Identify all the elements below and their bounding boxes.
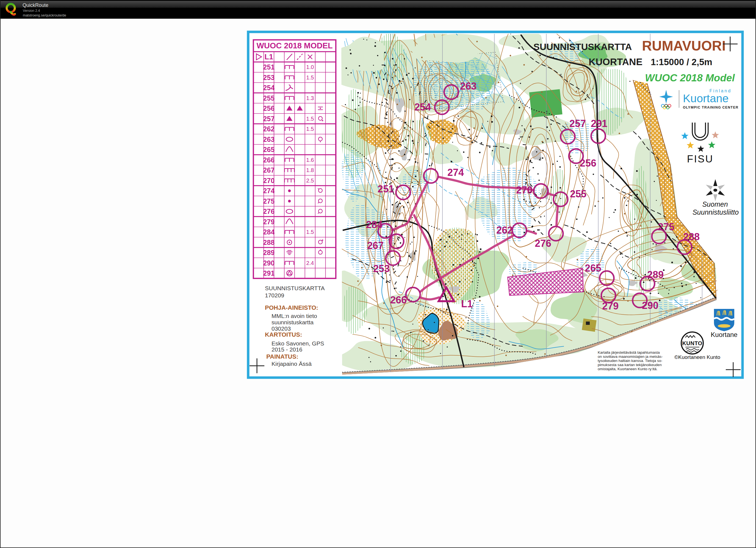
svg-text:290: 290 bbox=[642, 300, 658, 311]
svg-text:276: 276 bbox=[535, 238, 551, 249]
svg-text:289: 289 bbox=[647, 269, 664, 280]
svg-text:256: 256 bbox=[580, 157, 596, 169]
svg-text:KUORTANE: KUORTANE bbox=[589, 56, 643, 67]
svg-text:265: 265 bbox=[263, 146, 275, 153]
svg-text:291: 291 bbox=[591, 118, 607, 129]
svg-text:275: 275 bbox=[658, 221, 674, 233]
svg-text:266: 266 bbox=[390, 294, 407, 306]
svg-text:251: 251 bbox=[378, 183, 394, 195]
svg-text:255: 255 bbox=[263, 94, 275, 102]
svg-text:SUUNNISTUSKARTTA: SUUNNISTUSKARTTA bbox=[533, 41, 632, 52]
svg-text:2015 - 2016: 2015 - 2016 bbox=[272, 346, 302, 353]
svg-text:1.0: 1.0 bbox=[306, 64, 314, 70]
svg-text:Kuortane: Kuortane bbox=[711, 331, 737, 338]
svg-text:253: 253 bbox=[373, 263, 390, 274]
svg-text:251: 251 bbox=[263, 63, 275, 71]
svg-text:254: 254 bbox=[414, 101, 431, 113]
svg-text:POHJA-AINEISTO:: POHJA-AINEISTO: bbox=[265, 304, 318, 311]
svg-text:270: 270 bbox=[516, 184, 533, 196]
svg-text:263: 263 bbox=[460, 81, 477, 92]
svg-text:MML:n avoin tieto: MML:n avoin tieto bbox=[272, 313, 317, 319]
svg-text:Kuortane: Kuortane bbox=[683, 92, 729, 105]
svg-text:255: 255 bbox=[570, 188, 586, 200]
svg-text:Kirjapaino Ässä: Kirjapaino Ässä bbox=[272, 361, 312, 367]
svg-text:©Kuortaneen Kunto: ©Kuortaneen Kunto bbox=[674, 354, 720, 360]
svg-text:279: 279 bbox=[263, 218, 275, 226]
svg-text:274: 274 bbox=[447, 167, 464, 178]
svg-text:1.5: 1.5 bbox=[306, 116, 314, 122]
svg-text:257: 257 bbox=[263, 115, 275, 123]
svg-text:tysoikeuden haltiain kanssa. T: tysoikeuden haltiain kanssa. Tietoja so- bbox=[598, 359, 662, 363]
svg-text:170209: 170209 bbox=[265, 292, 284, 298]
svg-text:2.5: 2.5 bbox=[306, 178, 314, 184]
svg-text:257: 257 bbox=[569, 118, 586, 129]
svg-text:L1: L1 bbox=[461, 298, 473, 309]
svg-text:265: 265 bbox=[585, 262, 601, 274]
svg-text:1.8: 1.8 bbox=[306, 167, 314, 173]
svg-text:on sovittava maanomistajien ja: on sovittava maanomistajien ja metsäs- bbox=[598, 355, 663, 359]
svg-text:262: 262 bbox=[263, 125, 275, 133]
svg-text:1:15000 / 2,5m: 1:15000 / 2,5m bbox=[651, 57, 712, 67]
svg-text:Esko Savonen, GPS: Esko Savonen, GPS bbox=[272, 340, 324, 347]
svg-text:262: 262 bbox=[496, 225, 513, 236]
svg-text:1.6: 1.6 bbox=[306, 157, 314, 163]
svg-text:FISU: FISU bbox=[687, 153, 713, 165]
svg-text:256: 256 bbox=[263, 104, 275, 112]
svg-text:253: 253 bbox=[263, 74, 275, 81]
svg-text:274: 274 bbox=[263, 187, 275, 195]
svg-text:284: 284 bbox=[366, 219, 383, 230]
svg-text:267: 267 bbox=[263, 166, 275, 174]
svg-text:1.5: 1.5 bbox=[306, 126, 314, 132]
svg-text:KUNTO: KUNTO bbox=[682, 340, 702, 346]
svg-text:289: 289 bbox=[263, 249, 275, 256]
svg-text:Kartalla järjestettävästä tapa: Kartalla järjestettävästä tapahtumasta bbox=[598, 350, 660, 355]
svg-text:WUOC 2018 Model: WUOC 2018 Model bbox=[645, 72, 735, 84]
svg-text:279: 279 bbox=[602, 300, 619, 312]
svg-text:276: 276 bbox=[263, 207, 275, 215]
svg-text:275: 275 bbox=[263, 197, 275, 205]
svg-text:291: 291 bbox=[263, 269, 275, 277]
svg-text:Suomen: Suomen bbox=[702, 200, 728, 208]
svg-text:omistajalta, Kuortaneen Kunto: omistajalta, Kuortaneen Kunto ry:ltä. bbox=[598, 367, 658, 371]
svg-text:254: 254 bbox=[263, 84, 275, 92]
svg-text:RUMAVUORI: RUMAVUORI bbox=[642, 38, 726, 54]
svg-text:pimuksesta saa kartan tekijäno: pimuksesta saa kartan tekijänoikeuden bbox=[598, 363, 662, 367]
svg-text:PAINATUS:: PAINATUS: bbox=[266, 353, 298, 360]
svg-text:1.5: 1.5 bbox=[306, 74, 314, 81]
svg-text:267: 267 bbox=[367, 240, 384, 251]
svg-text:030203: 030203 bbox=[272, 325, 291, 332]
svg-text:suunnistuskartta: suunnistuskartta bbox=[272, 319, 314, 325]
svg-text:270: 270 bbox=[263, 177, 275, 184]
svg-text:OLYMPIC TRAINING CENTER: OLYMPIC TRAINING CENTER bbox=[683, 106, 738, 109]
svg-text:KARTOITUS:: KARTOITUS: bbox=[265, 331, 302, 338]
svg-text:Suunnistusliitto: Suunnistusliitto bbox=[693, 208, 739, 216]
svg-text:266: 266 bbox=[263, 156, 275, 164]
svg-text:L1: L1 bbox=[264, 53, 273, 61]
svg-text:1.5: 1.5 bbox=[306, 229, 314, 235]
svg-text:2.4: 2.4 bbox=[306, 260, 314, 266]
svg-text:1.3: 1.3 bbox=[306, 95, 314, 101]
svg-text:284: 284 bbox=[263, 228, 275, 236]
svg-text:288: 288 bbox=[683, 231, 700, 242]
svg-text:SUUNNISTUSKARTTA: SUUNNISTUSKARTTA bbox=[265, 285, 325, 291]
svg-text:290: 290 bbox=[263, 259, 275, 267]
svg-text:288: 288 bbox=[263, 239, 275, 246]
svg-text:WUOC 2018 MODEL: WUOC 2018 MODEL bbox=[256, 41, 333, 50]
svg-text:263: 263 bbox=[263, 135, 275, 143]
